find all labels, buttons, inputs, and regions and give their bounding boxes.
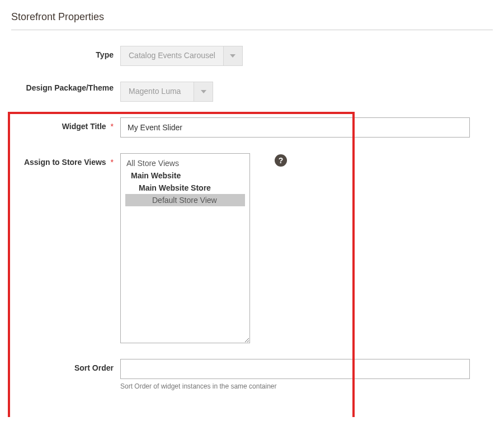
select-type: Catalog Events Carousel (120, 46, 243, 66)
required-indicator: * (111, 158, 114, 167)
label-type: Type (11, 46, 120, 59)
select-theme: Magento Luma (120, 82, 213, 102)
option-main-website-store[interactable]: Main Website Store (121, 182, 249, 194)
widget-title-input[interactable] (120, 117, 470, 138)
row-theme: Design Package/Theme Magento Luma (11, 82, 493, 102)
chevron-down-icon (194, 82, 213, 101)
select-type-value: Catalog Events Carousel (121, 46, 223, 65)
sort-order-note: Sort Order of widget instances in the sa… (120, 382, 276, 390)
option-main-website[interactable]: Main Website (121, 169, 249, 182)
row-type: Type Catalog Events Carousel (11, 46, 493, 66)
label-widget-title: Widget Title * (11, 117, 120, 131)
option-all-store-views[interactable]: All Store Views (121, 157, 249, 169)
label-store-views: Assign to Store Views * (11, 153, 120, 167)
chevron-down-icon (223, 46, 242, 65)
label-sort-order: Sort Order (11, 359, 120, 372)
select-theme-value: Magento Luma (121, 82, 194, 101)
help-icon[interactable]: ? (275, 154, 287, 167)
row-store-views: Assign to Store Views * All Store Views … (11, 153, 493, 343)
option-default-store-view[interactable]: Default Store View (125, 194, 245, 206)
required-indicator: * (111, 122, 114, 131)
sort-order-input[interactable] (120, 359, 470, 379)
row-widget-title: Widget Title * (11, 117, 493, 138)
store-views-multiselect[interactable]: All Store Views Main Website Main Websit… (120, 153, 250, 343)
row-sort-order: Sort Order Sort Order of widget instance… (11, 359, 493, 390)
label-theme: Design Package/Theme (11, 82, 120, 93)
section-title: Storefront Properties (11, 11, 493, 30)
